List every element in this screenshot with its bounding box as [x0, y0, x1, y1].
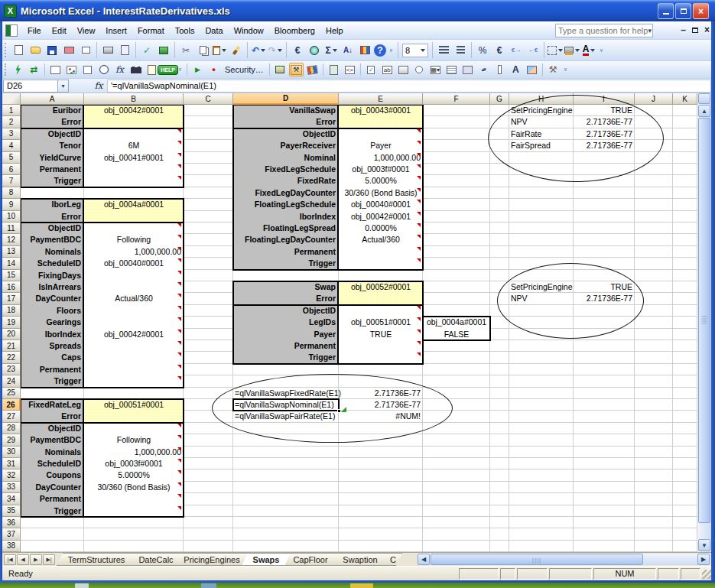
cell-B18[interactable] — [84, 305, 184, 317]
col-header-I[interactable]: I — [574, 93, 635, 105]
cell-D17[interactable]: Error — [233, 293, 339, 304]
cell-E21[interactable] — [339, 340, 423, 352]
row-header-25[interactable]: 25 — [2, 388, 21, 399]
row-header-26[interactable]: 26 — [2, 399, 21, 411]
row-header-15[interactable]: 15 — [2, 270, 21, 281]
cell-E5[interactable]: 1,000,000.00 — [339, 152, 423, 164]
row-header-16[interactable]: 16 — [2, 281, 21, 293]
cell-I4[interactable]: 2.71736E-77 — [574, 140, 635, 151]
cell-B35[interactable] — [84, 505, 184, 517]
cell-A24[interactable]: Trigger — [21, 375, 84, 387]
cell-D1[interactable]: VanillaSwap — [233, 105, 339, 116]
cell-B16[interactable] — [84, 281, 184, 293]
row-header-4[interactable]: 4 — [2, 140, 21, 151]
col-header-F[interactable]: F — [423, 93, 490, 105]
cell-B24[interactable] — [84, 375, 184, 387]
cell-A7[interactable]: Trigger — [21, 175, 84, 187]
sheet-tab-swaps[interactable]: Swaps — [242, 553, 291, 566]
cell-A1[interactable]: Euribor — [21, 105, 84, 116]
cell-B3[interactable] — [84, 128, 184, 140]
active-cell-border[interactable] — [232, 398, 340, 411]
row-header-12[interactable]: 12 — [2, 234, 21, 245]
cell-D13[interactable]: Permanent — [233, 246, 339, 258]
cell-B29[interactable]: Following — [84, 434, 184, 446]
cell-B32[interactable]: 5.0000% — [84, 469, 184, 481]
cell-A12[interactable]: PaymentBDC — [21, 234, 84, 245]
row-header-28[interactable]: 28 — [2, 423, 21, 434]
cell-A14[interactable]: ScheduleID — [21, 258, 84, 269]
cell-D18[interactable]: ObjectID — [233, 305, 339, 317]
cell-A34[interactable]: Permanent — [21, 493, 84, 505]
cell-A15[interactable]: FixingDays — [21, 270, 84, 281]
sheet-tab-datecalc[interactable]: DateCalc — [130, 553, 182, 566]
cell-A10[interactable]: Error — [21, 211, 84, 223]
row-header-3[interactable]: 3 — [2, 128, 21, 140]
row-header-7[interactable]: 7 — [2, 175, 21, 187]
cell-D22[interactable]: Trigger — [233, 352, 339, 363]
cell-A30[interactable]: Nominals — [21, 447, 84, 458]
vertical-scroll-thumb[interactable]: |||| — [698, 118, 710, 523]
last-sheet-button[interactable]: ▶| — [43, 554, 55, 565]
row-header-14[interactable]: 14 — [2, 258, 21, 269]
scroll-down-icon[interactable]: ▼ — [698, 539, 710, 551]
select-all-corner[interactable] — [2, 93, 21, 105]
cell-D5[interactable]: Nominal — [233, 152, 339, 164]
cell-D6[interactable]: FixedLegSchedule — [233, 164, 339, 175]
cell-D16[interactable]: Swap — [233, 281, 339, 293]
cell-B11[interactable] — [84, 223, 184, 234]
cell-E1[interactable]: obj_00043#0001 — [339, 105, 423, 116]
scroll-left-icon[interactable]: ◀ — [418, 554, 430, 565]
cell-A16[interactable]: IsInArrears — [21, 281, 84, 293]
cell-F19[interactable]: obj_0004a#0001 — [423, 317, 490, 328]
cell-B1[interactable]: obj_00042#0001 — [84, 105, 184, 116]
cell-B20[interactable]: obj_00042#0001 — [84, 329, 184, 340]
cell-H16[interactable]: SetPricingEngine — [509, 281, 574, 293]
cell-A26[interactable]: FixedRateLeg — [21, 399, 84, 411]
sheet-tab-pricingengines[interactable]: PricingEngines — [176, 553, 248, 566]
cell-A29[interactable]: PaymentBDC — [21, 434, 84, 446]
cell-E11[interactable]: 0.0000% — [339, 223, 423, 234]
horizontal-scroll-thumb[interactable]: |||| — [431, 554, 643, 565]
cell-E20[interactable]: TRUE — [339, 329, 423, 340]
cell-B5[interactable]: obj_00041#0001 — [84, 152, 184, 164]
col-header-E[interactable]: E — [339, 93, 423, 105]
cell-E10[interactable]: obj_00042#0001 — [339, 211, 423, 223]
row-header-37[interactable]: 37 — [2, 528, 21, 540]
cell-B34[interactable] — [84, 493, 184, 505]
row-header-6[interactable]: 6 — [2, 164, 21, 175]
row-header-17[interactable]: 17 — [2, 293, 21, 304]
cell-D12[interactable]: FloatingLegDayCounter — [233, 234, 339, 245]
cell-E27[interactable]: #NUM! — [339, 411, 423, 422]
row-header-8[interactable]: 8 — [2, 187, 21, 199]
cell-A23[interactable]: Permanent — [21, 364, 84, 375]
cell-I17[interactable]: 2.71736E-77 — [574, 293, 635, 304]
cell-E19[interactable]: obj_00051#0001 — [339, 317, 423, 328]
resize-grip[interactable] — [702, 570, 711, 579]
sheet-tab-termstructures[interactable]: TermStructures — [57, 553, 136, 566]
cell-E13[interactable] — [339, 246, 423, 258]
cell-D14[interactable]: Trigger — [233, 258, 339, 269]
cell-B31[interactable]: obj_0003f#0001 — [84, 458, 184, 469]
col-header-K[interactable]: K — [673, 93, 697, 105]
row-header-20[interactable]: 20 — [2, 329, 21, 340]
cell-I1[interactable]: TRUE — [574, 105, 635, 116]
cell-A6[interactable]: Permanent — [21, 164, 84, 175]
cell-D11[interactable]: FloatingLegSpread — [233, 223, 339, 234]
cell-B9[interactable]: obj_0004a#0001 — [84, 199, 184, 210]
cell-A22[interactable]: Caps — [21, 352, 84, 363]
cell-B14[interactable]: obj_00040#0001 — [84, 258, 184, 269]
first-sheet-button[interactable]: |◀ — [4, 554, 16, 565]
cell-D21[interactable]: Permanent — [233, 340, 339, 352]
row-header-31[interactable]: 31 — [2, 458, 21, 469]
horizontal-scrollbar[interactable]: ◀ |||| ▶ — [418, 554, 710, 565]
cell-D25[interactable]: =qlVanillaSwapFixedRate(E1) — [233, 388, 339, 399]
cell-E14[interactable] — [339, 258, 423, 269]
cell-B30[interactable]: 1,000,000.00 — [84, 447, 184, 458]
row-header-32[interactable]: 32 — [2, 469, 21, 481]
row-header-21[interactable]: 21 — [2, 340, 21, 352]
cell-D20[interactable]: Payer — [233, 329, 339, 340]
cell-I2[interactable]: 2.71736E-77 — [574, 116, 635, 128]
row-header-36[interactable]: 36 — [2, 517, 21, 528]
cell-E12[interactable]: Actual/360 — [339, 234, 423, 245]
cell-E6[interactable]: obj_0003f#0001 — [339, 164, 423, 175]
